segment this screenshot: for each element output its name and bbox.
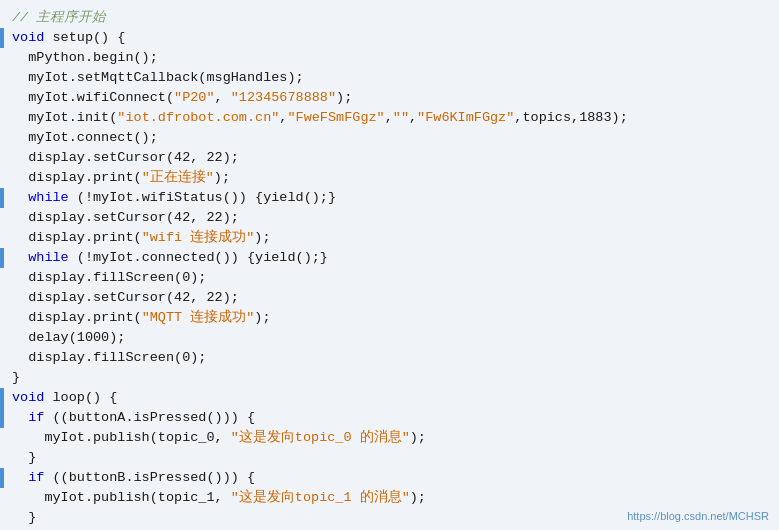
code-line: if ((buttonB.isPressed())) { (0, 468, 779, 488)
watermark: https://blog.csdn.net/MCHSR (627, 510, 769, 522)
code-line: myIot.publish(topic_0, "这是发向topic_0 的消息"… (0, 428, 779, 448)
line-text: myIot.setMqttCallback(msgHandles); (4, 68, 304, 88)
code-line: myIot.wifiConnect("P20", "12345678888"); (0, 88, 779, 108)
code-line: display.fillScreen(0); (0, 348, 779, 368)
line-text: myIot.publish(topic_1, "这是发向topic_1 的消息"… (4, 488, 426, 508)
code-line: display.print("MQTT 连接成功"); (0, 308, 779, 328)
line-text: display.print("MQTT 连接成功"); (4, 308, 271, 328)
line-text: void setup() { (4, 28, 125, 48)
line-text: delay(1000); (4, 328, 125, 348)
code-editor: // 主程序开始void setup() { mPython.begin(); … (0, 0, 779, 530)
code-line: void loop() { (0, 388, 779, 408)
line-text: display.print("正在连接"); (4, 168, 230, 188)
line-text: myIot.wifiConnect("P20", "12345678888"); (4, 88, 352, 108)
code-line: if ((buttonA.isPressed())) { (0, 408, 779, 428)
line-text: while (!myIot.connected()) {yield();} (4, 248, 328, 268)
line-text: display.print("wifi 连接成功"); (4, 228, 271, 248)
line-text: } (4, 508, 36, 528)
code-content: // 主程序开始void setup() { mPython.begin(); … (0, 0, 779, 530)
line-text: display.setCursor(42, 22); (4, 148, 239, 168)
line-text: if ((buttonB.isPressed())) { (4, 468, 255, 488)
line-text: myIot.publish(topic_0, "这是发向topic_0 的消息"… (4, 428, 426, 448)
code-line: myIot.connect(); (0, 128, 779, 148)
code-line: display.print("wifi 连接成功"); (0, 228, 779, 248)
line-text: while (!myIot.wifiStatus()) {yield();} (4, 188, 336, 208)
code-line: } (0, 448, 779, 468)
line-text: void loop() { (4, 388, 117, 408)
line-text: } (4, 368, 20, 388)
code-line: while (!myIot.wifiStatus()) {yield();} (0, 188, 779, 208)
code-line: while (!myIot.connected()) {yield();} (0, 248, 779, 268)
code-line: void setup() { (0, 28, 779, 48)
code-line: display.setCursor(42, 22); (0, 148, 779, 168)
code-line: mPython.begin(); (0, 48, 779, 68)
line-text: myIot.init("iot.dfrobot.com.cn","FweFSmF… (4, 108, 628, 128)
code-line: myIot.publish(topic_1, "这是发向topic_1 的消息"… (0, 488, 779, 508)
code-line: display.fillScreen(0); (0, 268, 779, 288)
code-line: // 主程序开始 (0, 8, 779, 28)
code-line: } (0, 368, 779, 388)
line-text: display.fillScreen(0); (4, 268, 206, 288)
code-line: display.setCursor(42, 22); (0, 288, 779, 308)
code-line: myIot.init("iot.dfrobot.com.cn","FweFSmF… (0, 108, 779, 128)
line-text: display.setCursor(42, 22); (4, 288, 239, 308)
line-text: if ((buttonA.isPressed())) { (4, 408, 255, 428)
code-line: display.print("正在连接"); (0, 168, 779, 188)
line-text: } (4, 448, 36, 468)
line-text: myIot.connect(); (4, 128, 158, 148)
code-line: delay(1000); (0, 328, 779, 348)
line-text: // 主程序开始 (4, 8, 106, 28)
code-line: myIot.setMqttCallback(msgHandles); (0, 68, 779, 88)
line-text: mPython.begin(); (4, 48, 158, 68)
line-text: display.setCursor(42, 22); (4, 208, 239, 228)
code-line: display.setCursor(42, 22); (0, 208, 779, 228)
line-text: display.fillScreen(0); (4, 348, 206, 368)
